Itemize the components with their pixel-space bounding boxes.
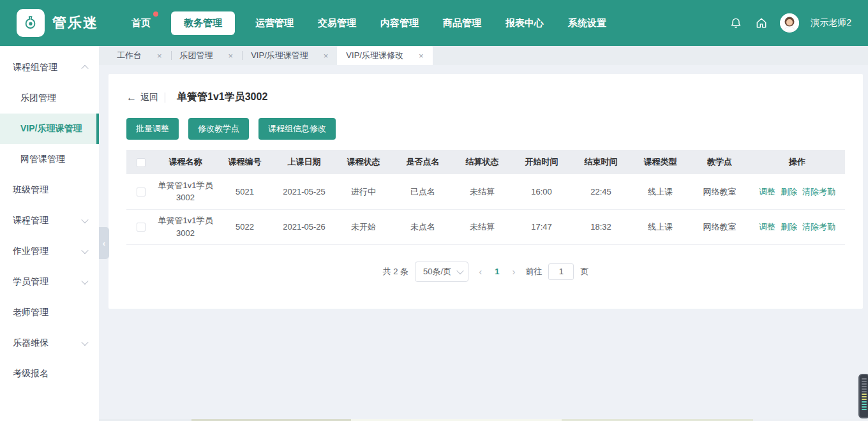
header-right: 演示老师2 xyxy=(729,13,851,33)
adjust-link[interactable]: 调整 xyxy=(759,222,775,232)
sidebar-item-course-group[interactable]: 课程组管理 xyxy=(0,52,99,83)
col-course-id: 课程编号 xyxy=(215,150,274,174)
col-actions: 操作 xyxy=(749,150,845,174)
close-icon[interactable]: × xyxy=(419,51,424,61)
main-card: ← 返回 单簧管1v1学员3002 批量调整 修改教学点 课程组信息修改 课程名… xyxy=(108,74,863,309)
col-class-date: 上课日期 xyxy=(274,150,334,174)
sidebar-item-label: 乐器维保 xyxy=(13,337,49,349)
total-count: 共 2 条 xyxy=(383,266,408,277)
close-icon[interactable]: × xyxy=(324,51,329,61)
goto-page-input[interactable] xyxy=(548,263,574,280)
cell-course-id: 5021 xyxy=(215,174,274,209)
col-course-status: 课程状态 xyxy=(334,150,393,174)
back-label: 返回 xyxy=(140,92,158,103)
change-teaching-site-button[interactable]: 修改教学点 xyxy=(188,118,249,140)
chevron-down-icon xyxy=(81,339,88,346)
nav-item-content[interactable]: 内容管理 xyxy=(377,11,423,35)
delete-link[interactable]: 删除 xyxy=(781,187,797,196)
current-page[interactable]: 1 xyxy=(492,267,502,276)
sidebar-item-teacher-mgmt[interactable]: 老师管理 xyxy=(0,297,99,328)
scroll-minimap-widget xyxy=(858,374,868,418)
adjust-link[interactable]: 调整 xyxy=(759,187,775,196)
sidebar-item-exam-registration[interactable]: 考级报名 xyxy=(0,358,99,389)
cell-teaching-site: 网络教室 xyxy=(690,174,749,209)
clear-attendance-link[interactable]: 清除考勤 xyxy=(802,187,835,196)
page-title: 单簧管1v1学员3002 xyxy=(177,91,267,104)
batch-adjust-button[interactable]: 批量调整 xyxy=(126,118,179,140)
open-tabs-bar: 工作台 × 乐团管理 × VIP/乐理课管理 × VIP/乐理课修改 × xyxy=(99,46,868,65)
page-size-select[interactable]: 50条/页 xyxy=(415,262,468,282)
table-row: 单簧管1v1学员3002 5021 2021-05-25 进行中 已点名 未结算… xyxy=(126,174,845,209)
cell-settlement: 未结算 xyxy=(453,174,512,209)
tab-vip-course-mgmt[interactable]: VIP/乐理课管理 × xyxy=(242,46,337,65)
sidebar-item-class-mgmt[interactable]: 班级管理 xyxy=(0,175,99,205)
close-icon[interactable]: × xyxy=(228,51,234,61)
row-checkbox[interactable] xyxy=(137,223,146,232)
tab-orchestra-mgmt[interactable]: 乐团管理 × xyxy=(171,46,243,65)
sidebar-item-course-mgmt[interactable]: 课程管理 xyxy=(0,205,99,236)
home-icon[interactable] xyxy=(754,16,768,30)
clear-attendance-link[interactable]: 清除考勤 xyxy=(802,222,835,232)
nav-label: 内容管理 xyxy=(380,17,419,28)
cell-teaching-site: 网络教室 xyxy=(690,209,749,244)
cell-rollcall: 已点名 xyxy=(393,174,453,209)
tab-vip-course-edit[interactable]: VIP/乐理课修改 × xyxy=(337,46,432,65)
cell-class-date: 2021-05-25 xyxy=(274,174,334,209)
nav-item-academic[interactable]: 教务管理 xyxy=(171,11,235,35)
tab-label: 乐团管理 xyxy=(180,50,213,61)
cell-start-time: 17:47 xyxy=(512,209,571,244)
delete-link[interactable]: 删除 xyxy=(781,222,797,232)
cell-start-time: 16:00 xyxy=(512,174,571,209)
nav-item-reports[interactable]: 报表中心 xyxy=(502,11,548,35)
brand-name: 管乐迷 xyxy=(52,13,98,33)
sidebar-item-online-admin-course[interactable]: 网管课管理 xyxy=(0,144,99,175)
table-row: 单簧管1v1学员3002 5022 2021-05-26 未开始 未点名 未结算… xyxy=(126,209,845,244)
cell-course-name: 单簧管1v1学员3002 xyxy=(156,174,215,209)
nav-item-settings[interactable]: 系统设置 xyxy=(564,11,610,35)
select-all-checkbox[interactable] xyxy=(137,158,146,167)
nav-label: 报表中心 xyxy=(505,17,544,28)
prev-page-button[interactable]: ‹ xyxy=(475,266,486,277)
tab-label: VIP/乐理课修改 xyxy=(346,50,403,61)
tab-workbench[interactable]: 工作台 × xyxy=(108,46,171,65)
sidebar-item-label: 老师管理 xyxy=(13,307,49,318)
top-header: 管乐迷 首页 教务管理 运营管理 交易管理 内容管理 商品管理 报表中心 系统设… xyxy=(0,0,868,46)
sidebar-collapse-handle[interactable]: ‹ xyxy=(99,227,109,259)
cell-settlement: 未结算 xyxy=(453,209,512,244)
brand: 管乐迷 xyxy=(17,9,125,37)
col-course-name: 课程名称 xyxy=(156,150,215,174)
next-page-button[interactable]: › xyxy=(508,266,519,277)
back-button[interactable]: ← 返回 xyxy=(126,92,158,103)
cell-end-time: 22:45 xyxy=(571,174,631,209)
bell-icon[interactable] xyxy=(729,16,743,30)
cell-end-time: 18:32 xyxy=(571,209,631,244)
col-start-time: 开始时间 xyxy=(512,150,571,174)
sidebar-item-instrument-maintenance[interactable]: 乐器维保 xyxy=(0,328,99,358)
close-icon[interactable]: × xyxy=(157,51,162,61)
pagination: 共 2 条 50条/页 ‹ 1 › 前往 页 xyxy=(126,262,845,282)
nav-item-home[interactable]: 首页 xyxy=(128,11,154,35)
user-avatar[interactable] xyxy=(780,13,799,33)
sidebar-item-vip-course[interactable]: VIP/乐理课管理 xyxy=(0,114,99,144)
sidebar-item-label: 课程组管理 xyxy=(13,62,57,73)
back-arrow-icon: ← xyxy=(126,92,137,103)
nav-item-products[interactable]: 商品管理 xyxy=(439,11,485,35)
nav-label: 交易管理 xyxy=(318,17,356,28)
nav-item-transactions[interactable]: 交易管理 xyxy=(314,11,360,35)
nav-item-operations[interactable]: 运营管理 xyxy=(251,11,297,35)
nav-label: 运营管理 xyxy=(255,17,294,28)
brand-logo-icon xyxy=(17,9,45,37)
chevron-down-icon xyxy=(81,247,88,254)
sidebar-item-orchestra[interactable]: 乐团管理 xyxy=(0,83,99,114)
sidebar-item-student-mgmt[interactable]: 学员管理 xyxy=(0,267,99,297)
action-button-row: 批量调整 修改教学点 课程组信息修改 xyxy=(126,118,845,140)
notification-dot xyxy=(153,11,158,17)
edit-course-group-info-button[interactable]: 课程组信息修改 xyxy=(258,118,336,140)
goto-unit: 页 xyxy=(580,266,588,277)
user-name[interactable]: 演示老师2 xyxy=(811,17,851,29)
sidebar-item-homework-mgmt[interactable]: 作业管理 xyxy=(0,236,99,267)
row-checkbox[interactable] xyxy=(137,188,146,196)
sidebar: 课程组管理 乐团管理 VIP/乐理课管理 网管课管理 班级管理 课程管理 作业管… xyxy=(0,46,99,421)
nav-label: 教务管理 xyxy=(184,17,222,28)
sidebar-item-label: VIP/乐理课管理 xyxy=(20,123,82,135)
